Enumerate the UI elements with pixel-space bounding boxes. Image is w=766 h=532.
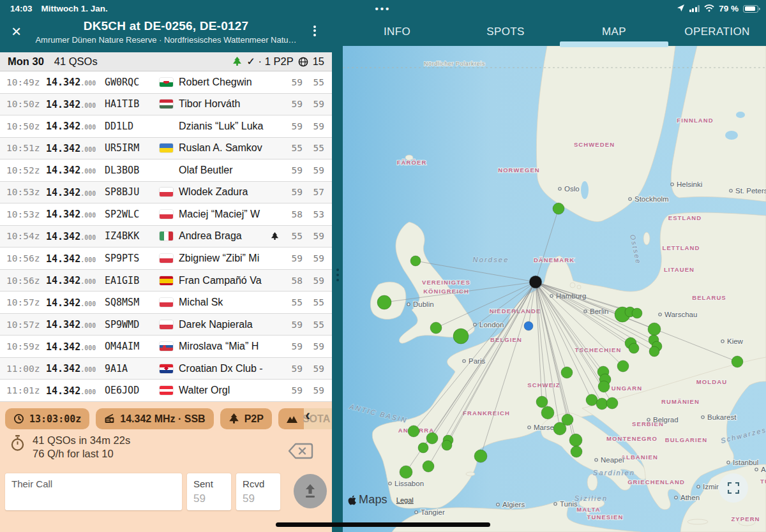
svg-text:Dublin: Dublin xyxy=(413,300,434,308)
qso-row[interactable]: 10:50z14.342.000DD1LDDzianis “Luk” Luka5… xyxy=(0,115,332,138)
svg-text:Kiew: Kiew xyxy=(727,337,744,345)
map-canvas[interactable]: FÄRÖERNORWEGENSCHWEDENFINNLANDESTLANDLET… xyxy=(343,46,766,532)
tab-info[interactable]: INFO xyxy=(343,17,451,46)
svg-text:Bukarest: Bukarest xyxy=(707,413,737,421)
qso-frequency: 14.342.000 xyxy=(46,362,105,374)
chip-p2p[interactable]: P2P xyxy=(220,408,272,429)
tab-operation[interactable]: OPERATION xyxy=(668,17,766,46)
log-qso-count: 41 QSOs xyxy=(54,55,98,68)
qso-row[interactable]: 11:01z14.342.000OE6JODWalter Orgl5959 xyxy=(0,380,332,402)
qso-row[interactable]: 10:59z14.342.000OM4AIMMiroslava “Mia” H5… xyxy=(0,336,332,358)
qso-operator-name: Wlodek Zadura xyxy=(179,186,271,198)
svg-text:St. Petersburg: St. Petersburg xyxy=(735,187,766,195)
qso-frequency: 14.342.000 xyxy=(46,341,105,353)
qso-row[interactable]: 10:51z14.342.000UR5IRMRuslan A. Samkov55… xyxy=(0,138,332,160)
country-flag xyxy=(160,386,179,395)
qso-row[interactable]: 11:00z14.342.0009A1ACroatian Dx Club -59… xyxy=(0,358,332,380)
battery-icon xyxy=(743,5,758,13)
qso-row[interactable]: 10:56z14.342.000EA1GIBFran Campañó Va585… xyxy=(0,270,332,292)
qso-callsign: HA1TIB xyxy=(105,98,160,110)
qso-row[interactable]: 10:49z14.342.000GW0RQCRobert Chegwin5955 xyxy=(0,71,332,94)
qso-callsign: 9A1A xyxy=(105,363,160,374)
chip-14-342-mhz-ssb[interactable]: 14.342 MHz · SSB xyxy=(96,408,213,429)
rst-sent: 59 xyxy=(283,385,303,395)
qso-operator-name: Michal Sk xyxy=(179,297,271,308)
clock-icon xyxy=(13,413,24,424)
qso-row[interactable]: 10:52z14.342.000DL3BOBOlaf Beutler5959 xyxy=(0,159,332,182)
home-indicator[interactable] xyxy=(276,522,490,527)
svg-text:Oslo: Oslo xyxy=(564,185,580,193)
stopwatch-icon xyxy=(10,435,25,452)
rst-rcvd: 59 xyxy=(303,341,324,351)
more-menu-icon[interactable] xyxy=(308,24,321,40)
log-day-header: Mon 30 41 QSOs ✓ · 1 P2P 15 xyxy=(0,52,332,71)
qso-frequency: 14.342.000 xyxy=(46,120,105,132)
rst-rcvd: 55 xyxy=(303,297,324,307)
rst-rcvd: 53 xyxy=(303,209,324,219)
qso-callsign: IZ4BKK xyxy=(105,230,160,242)
qso-operator-name: Robert Chegwin xyxy=(179,77,271,88)
rst-sent: 59 xyxy=(283,99,303,109)
p2p-tree-icon xyxy=(271,232,283,240)
qso-row[interactable]: 10:53z14.342.000SP2WLCMaciej “Maciej” W5… xyxy=(0,203,332,226)
globe-icon xyxy=(298,57,308,67)
rst-rcvd: 59 xyxy=(303,165,324,175)
qso-frequency: 14.342.000 xyxy=(46,230,105,242)
qso-row[interactable]: 10:57z14.342.000SQ8MSMMichal Sk5555 xyxy=(0,292,332,314)
pane-divider[interactable] xyxy=(332,46,343,532)
qso-callsign: SQ8MSM xyxy=(105,297,160,308)
svg-text:Istanbul: Istanbul xyxy=(733,459,758,466)
rst-sent: 59 xyxy=(283,77,303,87)
qso-row[interactable]: 10:50z14.342.000HA1TIBTibor Horváth5959 xyxy=(0,94,332,116)
close-icon[interactable]: × xyxy=(11,23,21,40)
country-flag xyxy=(160,276,179,285)
qso-frequency: 14.342.000 xyxy=(46,76,105,88)
qso-row[interactable]: 10:54z14.342.000IZ4BKKAndrea Braga5559 xyxy=(0,226,332,248)
qso-frequency: 14.342.000 xyxy=(46,385,105,397)
country-flag xyxy=(160,342,179,351)
rst-rcvd: 55 xyxy=(303,77,324,87)
qso-rate-line2: 76 Q/h for last 10 xyxy=(33,447,130,461)
fullscreen-button[interactable] xyxy=(719,473,748,503)
backspace-button[interactable] xyxy=(287,441,314,461)
qso-callsign: EA1GIB xyxy=(105,275,160,286)
legal-link[interactable]: Legal xyxy=(396,496,414,504)
qso-callsign: SP2WLC xyxy=(105,209,160,220)
rst-sent: 59 xyxy=(283,121,303,131)
chip-13-03-00z[interactable]: 13:03:00z xyxy=(5,408,89,429)
qso-operator-name: Darek Napierala xyxy=(179,319,271,330)
svg-text:FINNLAND: FINNLAND xyxy=(677,117,713,124)
qso-callsign: SP9WMD xyxy=(105,319,160,330)
qso-row[interactable]: 10:57z14.342.000SP9WMDDarek Napierala595… xyxy=(0,314,332,336)
qso-operator-name: Andrea Braga xyxy=(179,230,271,242)
qso-time: 10:57z xyxy=(6,320,46,330)
svg-text:Athen: Athen xyxy=(680,494,700,501)
log-submit-button[interactable] xyxy=(294,474,327,508)
svg-text:Tangier: Tangier xyxy=(421,508,445,516)
svg-text:Neapel: Neapel xyxy=(601,456,624,464)
their-call-input[interactable]: Their Call xyxy=(5,473,182,510)
rst-rcvd: 57 xyxy=(303,187,324,197)
svg-text:ESTLAND: ESTLAND xyxy=(668,214,702,221)
qso-operator-name: Tibor Horváth xyxy=(179,98,271,110)
sent-value: 59 xyxy=(193,492,225,505)
svg-text:TUNESIEN: TUNESIEN xyxy=(587,514,624,521)
rst-sent-input[interactable]: Sent 59 xyxy=(187,473,231,510)
country-flag xyxy=(160,188,179,196)
status-menu-dots[interactable]: ••• xyxy=(375,3,391,14)
rst-rcvd-input[interactable]: Rcvd 59 xyxy=(236,473,280,510)
battery-percent: 79 % xyxy=(719,4,739,13)
svg-text:FÄRÖER: FÄRÖER xyxy=(397,159,427,166)
divider-grip[interactable] xyxy=(336,266,339,284)
tab-spots[interactable]: SPOTS xyxy=(451,17,560,46)
clock-time: 14:03 xyxy=(10,4,33,13)
chevron-left-icon[interactable]: ‹ xyxy=(305,406,310,424)
svg-text:Nordsee: Nordsee xyxy=(473,256,509,263)
qso-row[interactable]: 10:53z14.342.000SP8BJUWlodek Zadura5957 xyxy=(0,182,332,204)
rst-rcvd: 59 xyxy=(303,385,324,395)
qso-time: 10:49z xyxy=(6,77,46,87)
qso-row[interactable]: 10:56z14.342.000SP9PTSZbigniew “Zibi” Mi… xyxy=(0,248,332,270)
rcvd-label: Rcvd xyxy=(243,478,274,489)
svg-text:BELARUS: BELARUS xyxy=(692,294,726,301)
svg-text:LITAUEN: LITAUEN xyxy=(664,266,695,273)
